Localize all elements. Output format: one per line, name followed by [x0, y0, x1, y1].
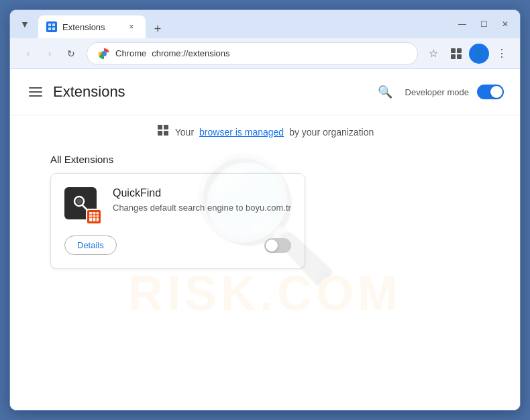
developer-mode-label: Developer mode: [405, 87, 469, 97]
url-display: chrome://extensions: [152, 48, 407, 58]
svg-rect-10: [164, 125, 168, 129]
hamburger-menu-btn[interactable]: [26, 85, 45, 99]
developer-mode-toggle[interactable]: [477, 85, 504, 99]
browser-window: ▼ Extensions × + — ☐ ✕: [9, 9, 521, 411]
extension-name: QuickFind: [113, 187, 291, 199]
window-controls: — ☐ ✕: [453, 15, 515, 34]
svg-rect-7: [451, 54, 456, 59]
address-input[interactable]: Chrome chrome://extensions: [87, 42, 418, 65]
extension-icon-container: [64, 187, 102, 225]
svg-rect-8: [457, 54, 462, 59]
svg-rect-0: [48, 23, 51, 26]
reload-btn[interactable]: ↻: [61, 44, 81, 64]
tab-bar: Extensions × +: [38, 10, 449, 38]
address-bar-actions: ☆ 👤 ⋮: [423, 44, 512, 64]
svg-point-15: [76, 199, 82, 204]
svg-rect-5: [451, 48, 456, 53]
page-title: Extensions: [53, 83, 365, 101]
menu-btn[interactable]: ⋮: [492, 44, 512, 64]
extension-card: QuickFind Changes default search engine …: [50, 173, 305, 269]
tab-title: Extensions: [62, 22, 120, 32]
menu-line-2: [29, 91, 42, 93]
watermark-text: RISK.COM: [128, 266, 402, 321]
address-bar: ‹ › ↻ Chrome chrome://extensions ☆: [10, 38, 520, 69]
extensions-btn[interactable]: [446, 44, 466, 64]
extension-toggle-knob: [266, 240, 278, 252]
extension-toggle[interactable]: [264, 238, 291, 253]
svg-rect-1: [52, 23, 55, 26]
extension-header: QuickFind Changes default search engine …: [64, 187, 291, 225]
maximize-btn[interactable]: ☐: [474, 15, 493, 34]
menu-line-1: [29, 87, 42, 89]
title-bar: ▼ Extensions × + — ☐ ✕: [10, 10, 520, 38]
back-btn[interactable]: ‹: [18, 44, 38, 64]
page-content: 🔍 RISK.COM Extensions 🔍 Developer mode: [10, 69, 520, 410]
search-extensions-btn[interactable]: 🔍: [373, 80, 397, 104]
management-icon: [156, 123, 170, 140]
extension-icon-badge: [86, 209, 102, 225]
svg-rect-11: [158, 131, 162, 136]
active-tab[interactable]: Extensions ×: [38, 15, 146, 38]
management-text-after: by your organization: [289, 127, 374, 138]
all-extensions-title: All Extensions: [10, 148, 520, 173]
tab-close-btn[interactable]: ×: [125, 21, 138, 33]
extensions-header: Extensions 🔍 Developer mode: [10, 69, 520, 115]
svg-rect-12: [164, 131, 168, 136]
extension-info: QuickFind Changes default search engine …: [113, 187, 291, 225]
extension-footer: Details: [64, 235, 291, 255]
minimize-btn[interactable]: —: [453, 15, 472, 34]
new-tab-btn[interactable]: +: [148, 19, 167, 38]
managed-browser-link[interactable]: browser is managed: [199, 127, 284, 138]
extension-description: Changes default search engine to boyu.co…: [113, 202, 291, 214]
management-text-before: Your: [175, 127, 194, 138]
details-button[interactable]: Details: [64, 235, 117, 255]
svg-rect-16: [89, 212, 99, 221]
tab-dropdown-btn[interactable]: ▼: [15, 15, 34, 34]
chrome-brand-label: Chrome: [115, 48, 146, 58]
svg-rect-3: [52, 28, 55, 30]
forward-btn[interactable]: ›: [40, 44, 60, 64]
tab-favicon: [46, 21, 57, 32]
management-notice: Your browser is managed by your organiza…: [10, 115, 520, 148]
header-actions: 🔍 Developer mode: [373, 80, 504, 104]
svg-rect-9: [158, 125, 162, 129]
bookmark-btn[interactable]: ☆: [423, 44, 443, 64]
toggle-knob: [490, 86, 502, 98]
svg-rect-6: [457, 48, 462, 53]
nav-buttons: ‹ › ↻: [18, 44, 81, 64]
profile-btn[interactable]: 👤: [469, 44, 489, 64]
chrome-logo-icon: [98, 48, 110, 60]
close-btn[interactable]: ✕: [496, 15, 515, 34]
svg-rect-2: [48, 28, 51, 30]
extensions-grid: QuickFind Changes default search engine …: [10, 173, 520, 269]
menu-line-3: [29, 95, 42, 97]
